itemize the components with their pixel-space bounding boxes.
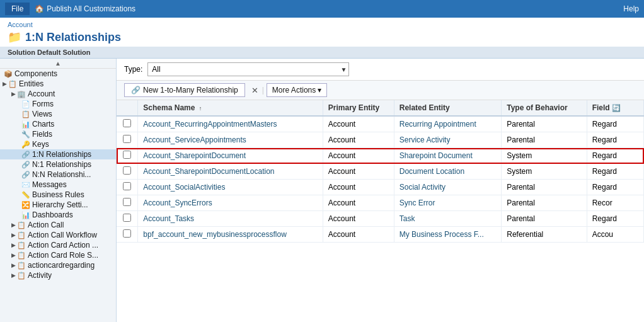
new-relationship-button[interactable]: 🔗 New 1-to-Many Relationship xyxy=(124,83,245,97)
sidebar-item-components[interactable]: 📦Components xyxy=(0,69,116,79)
col-header-schema[interactable]: Schema Name ↑ xyxy=(138,100,323,116)
sidebar-item-charts[interactable]: 📊Charts xyxy=(0,119,116,129)
row-schema[interactable]: Account_SharepointDocument xyxy=(138,148,323,164)
table-row[interactable]: Account_SharepointDocumentAccountSharepo… xyxy=(117,148,644,164)
expand-arrow: ▶ xyxy=(11,262,16,268)
sidebar-tree: 📦Components▶📋Entities▶🏢Account 📄Forms 📋V… xyxy=(0,69,116,280)
sidebar-item-actioncardregarding[interactable]: ▶📋actioncardregarding xyxy=(0,260,116,270)
sidebar-item-label: Entities xyxy=(19,79,43,88)
row-checkbox[interactable] xyxy=(123,151,131,159)
table-row[interactable]: Account_RecurringAppointmentMastersAccou… xyxy=(117,116,644,132)
row-behavior: System xyxy=(502,164,587,180)
row-related: Service Activity xyxy=(394,132,502,148)
row-field: Regard xyxy=(587,148,643,164)
type-select[interactable]: All Custom Standard xyxy=(147,62,349,76)
tree-item-icon: 📋 xyxy=(17,221,26,229)
row-related: Task xyxy=(394,211,502,227)
relationships-table: Schema Name ↑ Primary Entity Related Ent… xyxy=(117,100,644,243)
sidebar-item-hierarchy[interactable]: 🔀Hierarchy Setti... xyxy=(0,200,116,210)
row-schema[interactable]: bpf_account_new_mybusinessprocessflow xyxy=(138,227,323,243)
row-schema[interactable]: Account_RecurringAppointmentMasters xyxy=(138,116,323,132)
tree-item-icon: 📋 xyxy=(8,80,17,88)
sidebar-item-action-call-workflow[interactable]: ▶📋Action Call Workflow xyxy=(0,230,116,240)
sidebar-item-business-rules[interactable]: 📏Business Rules xyxy=(0,190,116,200)
row-checkbox[interactable] xyxy=(123,135,131,143)
publish-button[interactable]: 🏠 Publish All Customizations xyxy=(35,4,135,13)
action-bar: 🔗 New 1-to-Many Relationship ✕ | More Ac… xyxy=(117,81,644,100)
tree-item-icon: 🔀 xyxy=(21,201,30,209)
col-header-field[interactable]: Field 🔄 xyxy=(587,100,643,116)
sidebar-item-action-card-action[interactable]: ▶📋Action Card Action ... xyxy=(0,240,116,250)
sidebar-item-entities[interactable]: ▶📋Entities xyxy=(0,79,116,89)
row-checkbox-cell xyxy=(117,164,138,180)
main-layout: ▲ 📦Components▶📋Entities▶🏢Account 📄Forms … xyxy=(0,59,644,322)
expand-arrow: ▶ xyxy=(11,242,16,248)
row-behavior: Parental xyxy=(502,195,587,211)
col-header-related[interactable]: Related Entity xyxy=(394,100,502,116)
row-checkbox-cell xyxy=(117,180,138,195)
sidebar-item-n1-relationships[interactable]: 🔗N:1 Relationships xyxy=(0,159,116,170)
table-row[interactable]: Account_SocialActivitiesAccountSocial Ac… xyxy=(117,180,644,195)
row-field: Regard xyxy=(587,164,643,180)
sidebar-item-label: 1:N Relationships xyxy=(32,150,91,159)
refresh-icon[interactable]: 🔄 xyxy=(612,104,621,112)
expand-arrow: ▶ xyxy=(11,272,16,279)
sidebar-item-label: Charts xyxy=(32,120,54,129)
more-actions-button[interactable]: More Actions ▾ xyxy=(267,83,327,97)
sidebar-item-action-card-role[interactable]: ▶📋Action Card Role S... xyxy=(0,250,116,260)
row-checkbox[interactable] xyxy=(123,229,131,238)
sidebar-item-label: Action Card Role S... xyxy=(28,251,98,260)
tree-item-icon: 📊 xyxy=(21,120,30,129)
row-schema[interactable]: Account_SyncErrors xyxy=(138,195,323,211)
col-header-behavior[interactable]: Type of Behavior xyxy=(502,100,587,116)
help-button[interactable]: Help xyxy=(623,4,639,13)
row-schema[interactable]: Account_SocialActivities xyxy=(138,180,323,195)
tree-item-icon: 🔑 xyxy=(21,141,30,149)
sidebar-item-messages[interactable]: ✉️Messages xyxy=(0,180,116,190)
sidebar-item-nn-relationships[interactable]: 🔗N:N Relationshi... xyxy=(0,170,116,180)
row-related: Sync Error xyxy=(394,195,502,211)
page-title: 1:N Relationships xyxy=(25,31,121,44)
sidebar-scroll-up[interactable]: ▲ xyxy=(0,59,116,69)
table-row[interactable]: Account_ServiceAppointmentsAccountServic… xyxy=(117,132,644,148)
tree-item-icon: 📦 xyxy=(4,70,13,78)
row-checkbox[interactable] xyxy=(123,214,131,222)
delete-button[interactable]: ✕ xyxy=(248,84,262,97)
sidebar-item-dashboards[interactable]: 📊Dashboards xyxy=(0,210,116,220)
publish-icon: 🏠 xyxy=(35,4,44,13)
row-schema[interactable]: Account_ServiceAppointments xyxy=(138,132,323,148)
row-related: Document Location xyxy=(394,164,502,180)
sidebar-item-account[interactable]: ▶🏢Account xyxy=(0,89,116,99)
sidebar-item-forms[interactable]: 📄Forms xyxy=(0,99,116,109)
sidebar-item-fields[interactable]: 🔧Fields xyxy=(0,129,116,139)
expand-arrow: ▶ xyxy=(11,252,16,258)
expand-arrow: ▶ xyxy=(3,81,7,87)
table-row[interactable]: bpf_account_new_mybusinessprocessflowAcc… xyxy=(117,227,644,243)
sidebar-item-activity[interactable]: ▶📋Activity xyxy=(0,270,116,280)
tree-item-icon: 🏢 xyxy=(17,90,26,98)
sidebar-item-label: Account xyxy=(28,89,55,98)
sidebar-item-action-call[interactable]: ▶📋Action Call xyxy=(0,220,116,230)
row-schema[interactable]: Account_SharepointDocumentLocation xyxy=(138,164,323,180)
file-button[interactable]: File xyxy=(5,3,30,15)
table-row[interactable]: Account_SharepointDocumentLocationAccoun… xyxy=(117,164,644,180)
row-schema[interactable]: Account_Tasks xyxy=(138,211,323,227)
sidebar-item-keys[interactable]: 🔑Keys xyxy=(0,139,116,149)
sidebar-item-1n-relationships[interactable]: 🔗1:N Relationships xyxy=(0,149,116,159)
breadcrumb[interactable]: Account xyxy=(8,21,33,28)
row-checkbox-cell xyxy=(117,148,138,164)
top-bar: File 🏠 Publish All Customizations Help xyxy=(0,0,644,18)
tree-item-icon: 📋 xyxy=(17,251,26,260)
row-checkbox[interactable] xyxy=(123,166,131,175)
row-checkbox[interactable] xyxy=(123,198,131,206)
row-checkbox[interactable] xyxy=(123,182,131,190)
row-primary: Account xyxy=(323,180,394,195)
table-row[interactable]: Account_SyncErrorsAccountSync ErrorParen… xyxy=(117,195,644,211)
col-header-primary[interactable]: Primary Entity xyxy=(323,100,394,116)
table-row[interactable]: Account_TasksAccountTaskParentalRegard xyxy=(117,211,644,227)
row-checkbox-cell xyxy=(117,211,138,227)
tree-item-icon: 📄 xyxy=(21,100,30,108)
sidebar-item-views[interactable]: 📋Views xyxy=(0,109,116,119)
row-checkbox[interactable] xyxy=(123,119,131,127)
solution-label: Solution Default Solution xyxy=(0,47,644,59)
